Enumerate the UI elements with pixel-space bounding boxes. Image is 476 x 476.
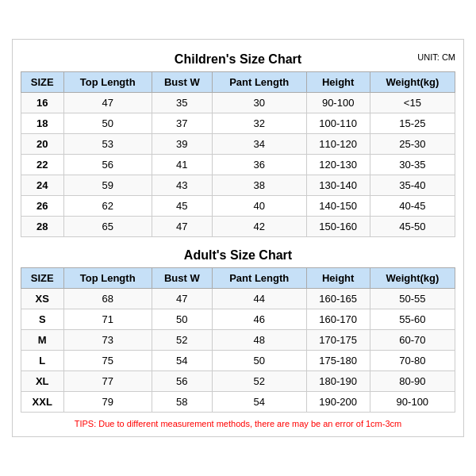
- adult-cell: 52: [152, 330, 212, 351]
- adult-table-row: S715046160-17055-60: [21, 309, 455, 330]
- adult-col-header-height: Height: [306, 268, 370, 289]
- adult-table-row: XXL795854190-20090-100: [21, 392, 455, 413]
- children-table-row: 1647353090-100<15: [21, 93, 455, 113]
- adult-title-text: Adult's Size Chart: [184, 248, 292, 262]
- children-cell: 56: [63, 155, 152, 175]
- children-cell: 30: [212, 93, 306, 113]
- children-cell: 22: [21, 155, 64, 175]
- children-cell: 40-45: [370, 196, 455, 217]
- children-cell: 30-35: [370, 155, 455, 175]
- children-cell: 130-140: [306, 175, 370, 196]
- children-cell: 47: [63, 93, 152, 113]
- children-cell: 34: [212, 134, 306, 155]
- adult-cell: 55-60: [370, 309, 455, 330]
- adult-cell: 75: [63, 351, 152, 371]
- adult-cell: 70-80: [370, 351, 455, 371]
- children-title-text: Children's Size Chart: [175, 52, 301, 66]
- adult-cell: 50: [152, 309, 212, 330]
- adult-cell: 180-190: [306, 371, 370, 392]
- children-cell: 28: [21, 217, 64, 237]
- col-header-top-length: Top Length: [63, 72, 152, 93]
- adult-cell: 80-90: [370, 371, 455, 392]
- adult-cell: XL: [21, 371, 64, 392]
- tips-text: TIPS: Due to different measurement metho…: [21, 419, 455, 428]
- adult-cell: 160-165: [306, 289, 370, 309]
- adult-cell: 73: [63, 330, 152, 351]
- adult-col-header-size: SIZE: [21, 268, 64, 289]
- adult-cell: 68: [63, 289, 152, 309]
- adult-size-table: SIZE Top Length Bust W Pant Length Heigh…: [21, 267, 455, 413]
- unit-label: UNIT: CM: [417, 52, 455, 62]
- adult-col-header-weight: Weight(kg): [370, 268, 455, 289]
- children-cell: 25-30: [370, 134, 455, 155]
- children-cell: 140-150: [306, 196, 370, 217]
- adult-table-row: L755450175-18070-80: [21, 351, 455, 371]
- col-header-pant-length: Pant Length: [212, 72, 306, 93]
- children-table-row: 26624540140-15040-45: [21, 196, 455, 217]
- adult-cell: S: [21, 309, 64, 330]
- adult-cell: 71: [63, 309, 152, 330]
- col-header-weight: Weight(kg): [370, 72, 455, 93]
- children-cell: 24: [21, 175, 64, 196]
- adult-cell: 50: [212, 351, 306, 371]
- children-section-title: Children's Size Chart UNIT: CM: [21, 48, 455, 68]
- children-cell: 32: [212, 113, 306, 134]
- children-cell: 43: [152, 175, 212, 196]
- adult-section-title: Adult's Size Chart: [21, 244, 455, 264]
- children-cell: <15: [370, 93, 455, 113]
- children-cell: 53: [63, 134, 152, 155]
- children-cell: 15-25: [370, 113, 455, 134]
- adult-cell: 47: [152, 289, 212, 309]
- children-cell: 150-160: [306, 217, 370, 237]
- adult-cell: 77: [63, 371, 152, 392]
- adult-cell: 46: [212, 309, 306, 330]
- adult-cell: XXL: [21, 392, 64, 413]
- children-cell: 45-50: [370, 217, 455, 237]
- adult-cell: 54: [152, 351, 212, 371]
- children-cell: 110-120: [306, 134, 370, 155]
- adult-cell: 54: [212, 392, 306, 413]
- children-cell: 50: [63, 113, 152, 134]
- adult-cell: 175-180: [306, 351, 370, 371]
- children-cell: 39: [152, 134, 212, 155]
- adult-cell: 58: [152, 392, 212, 413]
- adult-col-header-top-length: Top Length: [63, 268, 152, 289]
- adult-cell: 170-175: [306, 330, 370, 351]
- children-cell: 59: [63, 175, 152, 196]
- adult-cell: M: [21, 330, 64, 351]
- children-table-row: 24594338130-14035-40: [21, 175, 455, 196]
- children-table-row: 22564136120-13030-35: [21, 155, 455, 175]
- adult-table-row: XS684744160-16550-55: [21, 289, 455, 309]
- children-cell: 20: [21, 134, 64, 155]
- adult-header-row: SIZE Top Length Bust W Pant Length Heigh…: [21, 268, 455, 289]
- children-cell: 62: [63, 196, 152, 217]
- adult-cell: 50-55: [370, 289, 455, 309]
- children-cell: 38: [212, 175, 306, 196]
- children-cell: 42: [212, 217, 306, 237]
- children-cell: 35: [152, 93, 212, 113]
- adult-table-row: M735248170-17560-70: [21, 330, 455, 351]
- chart-container: Children's Size Chart UNIT: CM SIZE Top …: [12, 39, 464, 437]
- children-cell: 90-100: [306, 93, 370, 113]
- children-header-row: SIZE Top Length Bust W Pant Length Heigh…: [21, 72, 455, 93]
- adult-cell: 44: [212, 289, 306, 309]
- adult-cell: 48: [212, 330, 306, 351]
- adult-cell: 52: [212, 371, 306, 392]
- adult-cell: 160-170: [306, 309, 370, 330]
- children-cell: 26: [21, 196, 64, 217]
- adult-col-header-bust-w: Bust W: [152, 268, 212, 289]
- adult-cell: 60-70: [370, 330, 455, 351]
- children-cell: 41: [152, 155, 212, 175]
- children-table-row: 28654742150-16045-50: [21, 217, 455, 237]
- col-header-bust-w: Bust W: [152, 72, 212, 93]
- children-table-row: 20533934110-12025-30: [21, 134, 455, 155]
- col-header-height: Height: [306, 72, 370, 93]
- children-cell: 47: [152, 217, 212, 237]
- adult-cell: L: [21, 351, 64, 371]
- children-cell: 65: [63, 217, 152, 237]
- children-cell: 120-130: [306, 155, 370, 175]
- adult-cell: 90-100: [370, 392, 455, 413]
- children-cell: 36: [212, 155, 306, 175]
- children-cell: 40: [212, 196, 306, 217]
- adult-table-row: XL775652180-19080-90: [21, 371, 455, 392]
